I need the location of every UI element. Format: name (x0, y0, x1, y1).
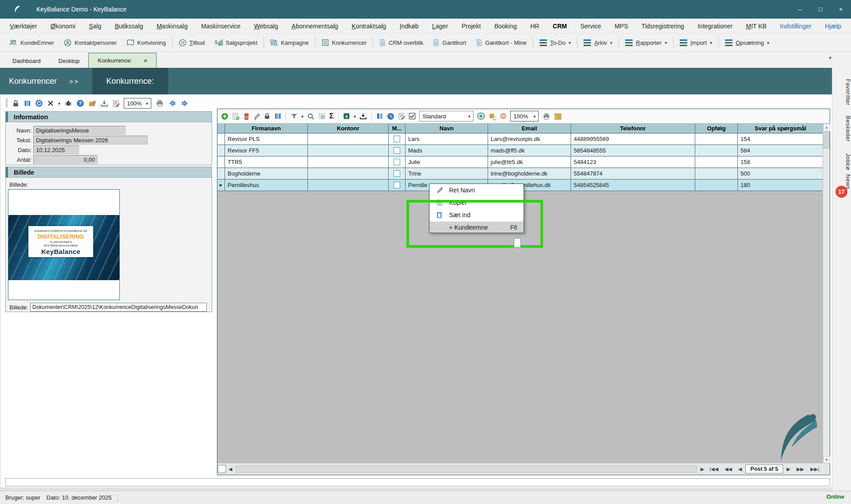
last-record-button[interactable]: ▶▶| (808, 466, 822, 472)
add-record-icon[interactable] (232, 113, 240, 120)
column-header-firmanavn[interactable]: Firmanavn (225, 124, 308, 133)
column-header-email[interactable]: Email (488, 124, 571, 133)
menu-integrationer[interactable]: Integrationer (697, 23, 733, 30)
new-record-box[interactable] (218, 465, 226, 473)
sum-icon[interactable]: Σ (329, 112, 334, 121)
toolbar-import[interactable]: Import ▾ (675, 34, 717, 52)
edit-icon[interactable] (253, 113, 260, 120)
maximize-button[interactable]: □ (810, 0, 831, 19)
layout-select[interactable]: Standard ▾ (419, 111, 473, 121)
table-row[interactable]: Revisor PLS Lars Lars@revisorpls.dk 4488… (217, 133, 823, 145)
toolbar-kampagne[interactable]: Kampagne (265, 34, 314, 52)
previous-arrow-icon[interactable] (168, 100, 177, 107)
menu-mps[interactable]: MPS (615, 23, 628, 30)
minimize-button[interactable]: – (790, 0, 810, 19)
menu-indkob[interactable]: Indkøb (400, 23, 419, 30)
excel-export-icon[interactable]: X (343, 113, 350, 120)
menu-crm[interactable]: CRM (553, 23, 567, 30)
menu-vaerktojer[interactable]: Værktøjer (10, 23, 37, 30)
menu-maskinsalg[interactable]: Maskinsalg (157, 23, 188, 30)
toolbar-arkiv[interactable]: Arkiv ▾ (579, 34, 617, 52)
fast-prev-button[interactable]: ◀◀ (722, 466, 735, 472)
toolbar-opsaetning[interactable]: Opsætning ▾ (720, 34, 774, 52)
checkbox[interactable] (394, 182, 400, 188)
select-region-icon[interactable] (318, 113, 326, 120)
debug-bug-icon[interactable] (64, 100, 72, 107)
columns-icon[interactable] (274, 113, 281, 120)
toolbar-kortvisning[interactable]: Kortvisning (122, 34, 170, 52)
column-header-telefonnr[interactable]: Telefonnr (571, 124, 695, 133)
print-icon[interactable] (155, 99, 164, 107)
next-arrow-icon[interactable] (181, 100, 189, 107)
toolbar-rapporter[interactable]: Rapporter ▾ (620, 34, 672, 52)
checked-checkbox-icon[interactable] (409, 113, 416, 120)
filter-icon[interactable] (291, 113, 298, 120)
columns-icon[interactable] (24, 100, 31, 107)
add-icon[interactable] (221, 113, 229, 120)
table-row[interactable]: TTR5 Julie julie@ttr5.dk 5484123 158 (217, 156, 823, 168)
antal-field[interactable]: 0,00 (33, 155, 98, 164)
search-icon[interactable] (307, 113, 315, 120)
menu-okonomi[interactable]: Økonomi (51, 23, 75, 30)
toolbar-crm-overblik[interactable]: CRM overblik (374, 34, 428, 52)
tekst-field[interactable]: Digitaliserings Messen 2026 (33, 136, 148, 145)
collapse-icon[interactable] (500, 113, 507, 120)
breadcrumb-parent[interactable]: Konkurrencer (9, 77, 57, 86)
tab-overflow-icon[interactable]: ▾ (829, 55, 831, 61)
layout-columns-icon[interactable] (376, 113, 383, 120)
toolbar-konkurrencer[interactable]: Konkurrencer (317, 34, 371, 52)
sidebar-item-beskeder[interactable]: Beskeder (832, 110, 851, 148)
expand-icon[interactable] (477, 112, 485, 120)
menu-kontraktsalg[interactable]: Kontraktsalg (352, 23, 386, 30)
chevron-down-icon[interactable]: ▾ (58, 101, 60, 106)
menu-tidsregistrering[interactable]: Tidsregistrering (642, 23, 684, 30)
toolbar-ganttkort-mine[interactable]: Ganttkort - Mine (471, 34, 532, 52)
refresh-icon[interactable] (35, 99, 43, 107)
fast-next-button[interactable]: ▶▶ (794, 466, 807, 472)
menu-projekt[interactable]: Projekt (461, 23, 481, 30)
print-icon[interactable] (542, 113, 551, 120)
menu-mit-kb[interactable]: MIT KB (746, 23, 766, 30)
menu-abonnementsalg[interactable]: Abonnementsalg (292, 23, 338, 30)
toolbar-tilbud[interactable]: Tilbud (174, 34, 210, 52)
context-menu-item-ret-navn[interactable]: Ret Navn (429, 184, 524, 196)
menu-websalg[interactable]: Websalg (254, 23, 278, 30)
menu-salg[interactable]: Salg (89, 23, 101, 30)
coins-icon[interactable] (489, 113, 496, 120)
menu-butikssalg[interactable]: Butikssalg (115, 23, 143, 30)
navn-field[interactable]: DigitaliseringsMesse (33, 126, 126, 135)
menu-hr[interactable]: HR (530, 23, 539, 30)
grip-handle[interactable] (5, 98, 8, 108)
vertical-scrollbar[interactable]: ▲ ▼ (823, 124, 830, 464)
sidebar-item-favoritter[interactable]: Favoritter (832, 72, 851, 112)
calendar-icon[interactable] (554, 113, 562, 120)
sidebar-item-jobko[interactable]: Jobkø (832, 148, 851, 175)
tab-desktop[interactable]: Desktop (50, 54, 89, 68)
menu-hjaelp[interactable]: Hjælp (825, 23, 841, 30)
import-tray-icon[interactable] (359, 113, 367, 120)
close-button[interactable]: × (831, 0, 851, 19)
scroll-right-icon[interactable]: ▶ (698, 466, 707, 472)
toolbar-kontaktpersoner[interactable]: Kontaktpersoner (59, 34, 122, 52)
package-icon[interactable] (88, 100, 96, 107)
menu-service[interactable]: Service (580, 23, 601, 30)
prev-record-button[interactable]: ◀ (736, 466, 745, 472)
delete-icon[interactable] (243, 113, 250, 120)
menu-booking[interactable]: Booking (494, 23, 517, 30)
menu-maskinservice[interactable]: Maskinservice (201, 23, 240, 30)
column-header-navn[interactable]: Navn (406, 124, 488, 133)
column-header-kontonr[interactable]: Kontonr (308, 124, 389, 133)
menu-lager[interactable]: Lager (432, 23, 448, 30)
dato-field[interactable]: 10.12.2025 (33, 145, 79, 154)
scroll-left-icon[interactable]: ◀ (226, 466, 235, 472)
toolbar-ganttkort[interactable]: Ganttkort (428, 34, 471, 52)
lock-icon[interactable] (12, 100, 20, 107)
column-header-opfolg[interactable]: Opfølg (695, 124, 738, 133)
table-row[interactable]: Bogholderne Trine trine@bogholderne.dk 5… (217, 168, 823, 180)
lock-icon[interactable] (264, 113, 271, 120)
toolbar-todo[interactable]: To-Do ▾ (535, 34, 576, 52)
history-clock-icon[interactable] (387, 113, 394, 120)
tab-dashboard[interactable]: Dashboard (4, 54, 50, 68)
column-header-svar[interactable]: Svar på spørgsmål (738, 124, 823, 133)
cut-icon[interactable] (47, 100, 54, 107)
